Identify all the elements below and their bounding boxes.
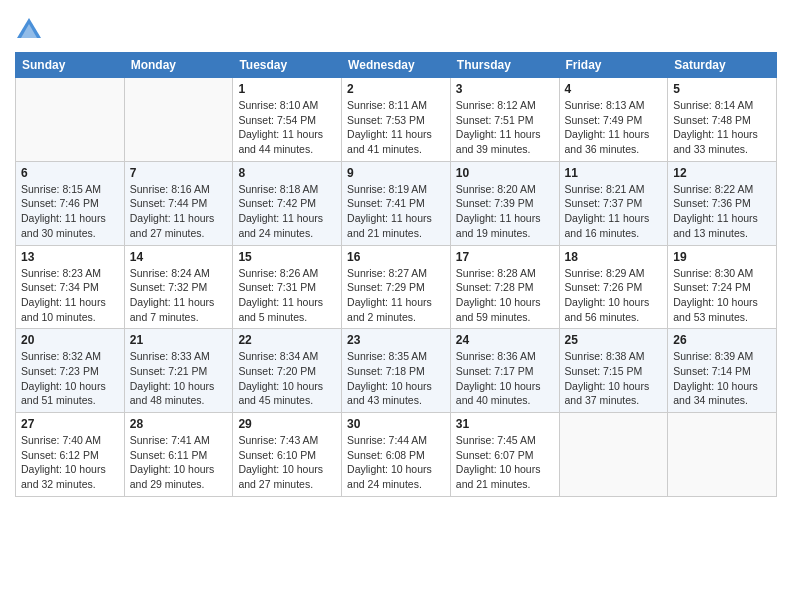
day-number: 2 [347, 82, 445, 96]
calendar-week-row: 20Sunrise: 8:32 AM Sunset: 7:23 PM Dayli… [16, 329, 777, 413]
day-number: 22 [238, 333, 336, 347]
day-number: 6 [21, 166, 119, 180]
day-number: 25 [565, 333, 663, 347]
calendar-cell: 9Sunrise: 8:19 AM Sunset: 7:41 PM Daylig… [342, 161, 451, 245]
calendar-header-row: SundayMondayTuesdayWednesdayThursdayFrid… [16, 53, 777, 78]
calendar-cell: 30Sunrise: 7:44 AM Sunset: 6:08 PM Dayli… [342, 413, 451, 497]
day-number: 16 [347, 250, 445, 264]
calendar-cell: 22Sunrise: 8:34 AM Sunset: 7:20 PM Dayli… [233, 329, 342, 413]
day-info: Sunrise: 8:34 AM Sunset: 7:20 PM Dayligh… [238, 349, 336, 408]
calendar-cell: 20Sunrise: 8:32 AM Sunset: 7:23 PM Dayli… [16, 329, 125, 413]
day-number: 5 [673, 82, 771, 96]
calendar-cell [559, 413, 668, 497]
day-number: 14 [130, 250, 228, 264]
day-info: Sunrise: 8:12 AM Sunset: 7:51 PM Dayligh… [456, 98, 554, 157]
day-info: Sunrise: 8:19 AM Sunset: 7:41 PM Dayligh… [347, 182, 445, 241]
day-number: 30 [347, 417, 445, 431]
day-info: Sunrise: 8:30 AM Sunset: 7:24 PM Dayligh… [673, 266, 771, 325]
day-number: 10 [456, 166, 554, 180]
day-info: Sunrise: 8:38 AM Sunset: 7:15 PM Dayligh… [565, 349, 663, 408]
day-number: 9 [347, 166, 445, 180]
calendar-cell [16, 78, 125, 162]
calendar-table: SundayMondayTuesdayWednesdayThursdayFrid… [15, 52, 777, 497]
calendar-cell [124, 78, 233, 162]
calendar-cell: 18Sunrise: 8:29 AM Sunset: 7:26 PM Dayli… [559, 245, 668, 329]
calendar-cell: 13Sunrise: 8:23 AM Sunset: 7:34 PM Dayli… [16, 245, 125, 329]
header-day-tuesday: Tuesday [233, 53, 342, 78]
day-number: 13 [21, 250, 119, 264]
header-day-wednesday: Wednesday [342, 53, 451, 78]
day-info: Sunrise: 7:40 AM Sunset: 6:12 PM Dayligh… [21, 433, 119, 492]
calendar-cell: 23Sunrise: 8:35 AM Sunset: 7:18 PM Dayli… [342, 329, 451, 413]
day-info: Sunrise: 8:29 AM Sunset: 7:26 PM Dayligh… [565, 266, 663, 325]
day-number: 7 [130, 166, 228, 180]
day-info: Sunrise: 8:36 AM Sunset: 7:17 PM Dayligh… [456, 349, 554, 408]
day-number: 1 [238, 82, 336, 96]
day-number: 27 [21, 417, 119, 431]
day-info: Sunrise: 8:14 AM Sunset: 7:48 PM Dayligh… [673, 98, 771, 157]
day-info: Sunrise: 8:20 AM Sunset: 7:39 PM Dayligh… [456, 182, 554, 241]
day-number: 26 [673, 333, 771, 347]
calendar-cell: 24Sunrise: 8:36 AM Sunset: 7:17 PM Dayli… [450, 329, 559, 413]
calendar-week-row: 27Sunrise: 7:40 AM Sunset: 6:12 PM Dayli… [16, 413, 777, 497]
calendar-cell: 28Sunrise: 7:41 AM Sunset: 6:11 PM Dayli… [124, 413, 233, 497]
day-info: Sunrise: 8:13 AM Sunset: 7:49 PM Dayligh… [565, 98, 663, 157]
calendar-cell: 5Sunrise: 8:14 AM Sunset: 7:48 PM Daylig… [668, 78, 777, 162]
calendar-cell: 8Sunrise: 8:18 AM Sunset: 7:42 PM Daylig… [233, 161, 342, 245]
calendar-cell: 11Sunrise: 8:21 AM Sunset: 7:37 PM Dayli… [559, 161, 668, 245]
day-number: 28 [130, 417, 228, 431]
day-info: Sunrise: 8:33 AM Sunset: 7:21 PM Dayligh… [130, 349, 228, 408]
calendar-cell: 4Sunrise: 8:13 AM Sunset: 7:49 PM Daylig… [559, 78, 668, 162]
calendar-cell: 10Sunrise: 8:20 AM Sunset: 7:39 PM Dayli… [450, 161, 559, 245]
calendar-cell: 7Sunrise: 8:16 AM Sunset: 7:44 PM Daylig… [124, 161, 233, 245]
header [15, 10, 777, 44]
calendar-cell: 31Sunrise: 7:45 AM Sunset: 6:07 PM Dayli… [450, 413, 559, 497]
calendar-cell: 1Sunrise: 8:10 AM Sunset: 7:54 PM Daylig… [233, 78, 342, 162]
calendar-cell: 6Sunrise: 8:15 AM Sunset: 7:46 PM Daylig… [16, 161, 125, 245]
day-info: Sunrise: 7:43 AM Sunset: 6:10 PM Dayligh… [238, 433, 336, 492]
day-info: Sunrise: 7:41 AM Sunset: 6:11 PM Dayligh… [130, 433, 228, 492]
calendar-cell: 26Sunrise: 8:39 AM Sunset: 7:14 PM Dayli… [668, 329, 777, 413]
logo-icon [15, 16, 43, 44]
day-number: 21 [130, 333, 228, 347]
calendar-cell: 16Sunrise: 8:27 AM Sunset: 7:29 PM Dayli… [342, 245, 451, 329]
day-number: 18 [565, 250, 663, 264]
day-number: 29 [238, 417, 336, 431]
day-info: Sunrise: 8:26 AM Sunset: 7:31 PM Dayligh… [238, 266, 336, 325]
day-number: 15 [238, 250, 336, 264]
calendar-cell: 21Sunrise: 8:33 AM Sunset: 7:21 PM Dayli… [124, 329, 233, 413]
header-day-sunday: Sunday [16, 53, 125, 78]
day-number: 12 [673, 166, 771, 180]
calendar-week-row: 6Sunrise: 8:15 AM Sunset: 7:46 PM Daylig… [16, 161, 777, 245]
day-info: Sunrise: 8:39 AM Sunset: 7:14 PM Dayligh… [673, 349, 771, 408]
day-info: Sunrise: 8:32 AM Sunset: 7:23 PM Dayligh… [21, 349, 119, 408]
day-number: 11 [565, 166, 663, 180]
day-number: 31 [456, 417, 554, 431]
calendar-cell: 14Sunrise: 8:24 AM Sunset: 7:32 PM Dayli… [124, 245, 233, 329]
day-info: Sunrise: 8:16 AM Sunset: 7:44 PM Dayligh… [130, 182, 228, 241]
day-info: Sunrise: 8:21 AM Sunset: 7:37 PM Dayligh… [565, 182, 663, 241]
day-number: 20 [21, 333, 119, 347]
day-info: Sunrise: 8:10 AM Sunset: 7:54 PM Dayligh… [238, 98, 336, 157]
logo [15, 16, 47, 44]
day-info: Sunrise: 8:28 AM Sunset: 7:28 PM Dayligh… [456, 266, 554, 325]
day-number: 23 [347, 333, 445, 347]
day-number: 3 [456, 82, 554, 96]
calendar-cell: 29Sunrise: 7:43 AM Sunset: 6:10 PM Dayli… [233, 413, 342, 497]
day-info: Sunrise: 8:18 AM Sunset: 7:42 PM Dayligh… [238, 182, 336, 241]
calendar-cell: 15Sunrise: 8:26 AM Sunset: 7:31 PM Dayli… [233, 245, 342, 329]
day-info: Sunrise: 8:23 AM Sunset: 7:34 PM Dayligh… [21, 266, 119, 325]
calendar-cell: 27Sunrise: 7:40 AM Sunset: 6:12 PM Dayli… [16, 413, 125, 497]
day-number: 24 [456, 333, 554, 347]
calendar-week-row: 1Sunrise: 8:10 AM Sunset: 7:54 PM Daylig… [16, 78, 777, 162]
day-info: Sunrise: 8:35 AM Sunset: 7:18 PM Dayligh… [347, 349, 445, 408]
calendar-cell: 2Sunrise: 8:11 AM Sunset: 7:53 PM Daylig… [342, 78, 451, 162]
header-day-friday: Friday [559, 53, 668, 78]
calendar-cell: 17Sunrise: 8:28 AM Sunset: 7:28 PM Dayli… [450, 245, 559, 329]
day-number: 17 [456, 250, 554, 264]
calendar-cell: 3Sunrise: 8:12 AM Sunset: 7:51 PM Daylig… [450, 78, 559, 162]
calendar-cell [668, 413, 777, 497]
day-info: Sunrise: 8:11 AM Sunset: 7:53 PM Dayligh… [347, 98, 445, 157]
day-number: 4 [565, 82, 663, 96]
day-number: 19 [673, 250, 771, 264]
